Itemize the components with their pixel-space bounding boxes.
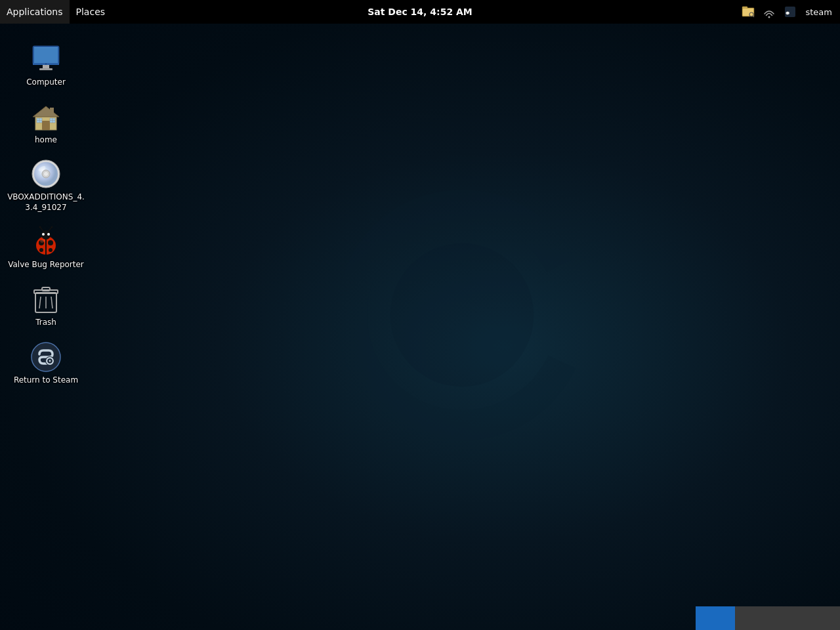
svg-point-43 [39, 226, 41, 228]
svg-point-45 [42, 233, 45, 236]
desktop-icons: Computer home [0, 33, 92, 396]
home-icon [30, 101, 62, 133]
applications-menu[interactable]: Applications [0, 0, 70, 24]
svg-point-57 [49, 360, 51, 362]
svg-point-39 [39, 248, 43, 252]
taskbar-right [696, 606, 840, 630]
svg-rect-16 [39, 68, 52, 70]
svg-point-46 [47, 233, 50, 236]
svg-text:💬: 💬 [786, 11, 790, 16]
svg-rect-13 [34, 47, 58, 63]
svg-rect-28 [50, 108, 54, 114]
panel-clock: Sat Dec 14, 4:52 AM [368, 7, 472, 17]
network-tray-icon[interactable] [760, 3, 778, 21]
return-to-steam-label: Return to Steam [14, 375, 78, 386]
svg-point-44 [51, 226, 53, 228]
computer-label: Computer [26, 77, 66, 88]
trash-icon [30, 284, 62, 315]
svg-rect-21 [42, 121, 50, 130]
svg-line-49 [39, 297, 41, 308]
steam-panel-label[interactable]: steam [802, 7, 837, 17]
cdrom-icon-item[interactable]: VBOXADDITIONS_4.3.4_91027 [0, 154, 92, 217]
cdrom-icon [30, 158, 62, 190]
svg-point-40 [49, 248, 52, 252]
svg-point-2 [390, 243, 534, 387]
file-manager-tray-icon[interactable] [739, 3, 757, 21]
svg-rect-53 [42, 287, 50, 291]
computer-icon [30, 43, 62, 75]
steam-icon [30, 341, 62, 373]
trash-icon-item[interactable]: Trash [0, 280, 92, 332]
bug-reporter-label: Valve Bug Reporter [8, 260, 84, 270]
svg-rect-4 [742, 7, 747, 9]
svg-point-18 [45, 64, 47, 65]
svg-point-38 [48, 240, 53, 245]
svg-point-32 [44, 172, 48, 176]
top-panel: Applications Places Sat Dec 14, 4:52 AM [0, 0, 840, 24]
svg-point-8 [768, 16, 770, 18]
return-to-steam-icon-item[interactable]: Return to Steam [0, 337, 92, 390]
ladybug-icon [30, 226, 62, 257]
home-icon-item[interactable]: home [0, 97, 92, 150]
taskbar-gray-area [735, 606, 840, 630]
trash-label: Trash [35, 318, 56, 328]
svg-line-51 [51, 297, 52, 308]
cdrom-label: VBOXADDITIONS_4.3.4_91027 [7, 192, 85, 213]
panel-right: 💬 steam [739, 3, 841, 21]
desktop [0, 0, 840, 630]
home-label: home [35, 135, 57, 146]
svg-marker-20 [33, 106, 59, 117]
svg-rect-14 [34, 47, 58, 48]
bug-reporter-icon-item[interactable]: Valve Bug Reporter [0, 222, 92, 274]
steam-tray-icon[interactable]: 💬 [781, 3, 799, 21]
panel-left: Applications Places [0, 0, 112, 24]
desktop-logo [324, 177, 600, 453]
taskbar-blue-pager[interactable] [696, 606, 735, 630]
computer-icon-item[interactable]: Computer [0, 39, 92, 92]
taskbar [0, 606, 840, 630]
places-menu[interactable]: Places [70, 0, 112, 24]
